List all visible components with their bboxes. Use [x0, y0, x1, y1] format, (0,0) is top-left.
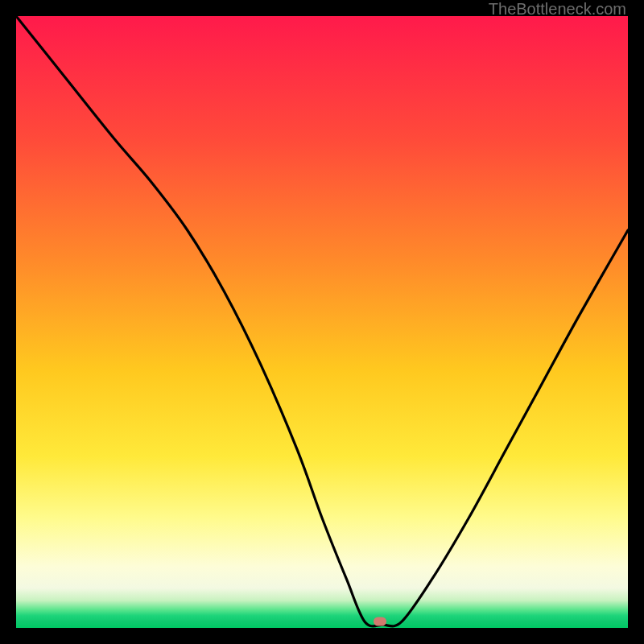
curve-path — [16, 16, 628, 626]
watermark-label: TheBottleneck.com — [489, 0, 626, 19]
bottleneck-curve — [16, 16, 628, 628]
optimal-marker — [374, 617, 386, 626]
chart-frame: TheBottleneck.com — [0, 0, 644, 644]
plot-area — [16, 16, 628, 628]
